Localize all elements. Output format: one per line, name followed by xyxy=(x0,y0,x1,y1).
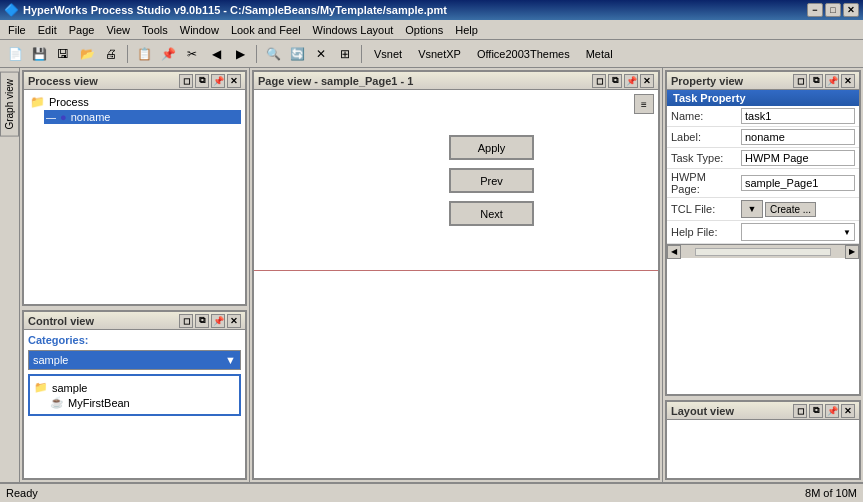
tclfile-row: TCL File: ▼ Create ... xyxy=(667,198,859,221)
back-button[interactable]: ◀ xyxy=(205,43,227,65)
control-view-title: Control view xyxy=(28,315,94,327)
sample-child-label: MyFirstBean xyxy=(68,397,130,409)
dash-icon: — xyxy=(46,112,56,123)
layout-view-pin-btn[interactable]: 📌 xyxy=(825,404,839,418)
sample-tree-root[interactable]: 📁 sample xyxy=(34,380,235,395)
process-view-panel: Process view ◻ ⧉ 📌 ✕ 📁 Process xyxy=(22,70,247,306)
process-child-label: noname xyxy=(71,111,111,123)
menu-file[interactable]: File xyxy=(2,22,32,38)
vsnet-theme-button[interactable]: Vsnet xyxy=(367,45,409,63)
page-view-title: Page view - sample_Page1 - 1 xyxy=(258,75,413,87)
categories-label: Categories: xyxy=(28,334,241,346)
menu-options[interactable]: Options xyxy=(399,22,449,38)
print-button[interactable]: 🖨 xyxy=(100,43,122,65)
save2-button[interactable]: 🖫 xyxy=(52,43,74,65)
graph-view-tab[interactable]: Graph view xyxy=(0,72,19,137)
copy-button[interactable]: 📋 xyxy=(133,43,155,65)
new-button[interactable]: 📄 xyxy=(4,43,26,65)
property-view-header: Property view ◻ ⧉ 📌 ✕ xyxy=(667,72,859,90)
align-button[interactable]: ≡ xyxy=(634,94,654,114)
control-view-float-btn[interactable]: ⧉ xyxy=(195,314,209,328)
menu-help[interactable]: Help xyxy=(449,22,484,38)
property-view-float-btn[interactable]: ⧉ xyxy=(809,74,823,88)
title-text: HyperWorks Process Studio v9.0b115 - C:/… xyxy=(23,4,447,16)
hwpmpage-label: HWPM Page: xyxy=(667,169,737,198)
page-view-float-btn[interactable]: ⧉ xyxy=(608,74,622,88)
sample-tree-child[interactable]: ☕ MyFirstBean xyxy=(50,395,235,410)
tasktype-label: Task Type: xyxy=(667,148,737,169)
metal-theme-button[interactable]: Metal xyxy=(579,45,620,63)
process-view-title: Process view xyxy=(28,75,98,87)
menu-windows-layout[interactable]: Windows Layout xyxy=(307,22,400,38)
process-child-item[interactable]: — ● noname xyxy=(44,110,241,124)
cut-button[interactable]: ✂ xyxy=(181,43,203,65)
hwpmpage-input[interactable] xyxy=(741,175,855,191)
zoom-button[interactable]: 🔍 xyxy=(262,43,284,65)
sample-folder-icon: 📁 xyxy=(34,381,48,394)
process-view-close-btn[interactable]: ✕ xyxy=(227,74,241,88)
grid-button[interactable]: ⊞ xyxy=(334,43,356,65)
menu-page[interactable]: Page xyxy=(63,22,101,38)
page-view-pin-btn[interactable]: 📌 xyxy=(624,74,638,88)
layout-view-header-btns: ◻ ⧉ 📌 ✕ xyxy=(793,404,855,418)
menu-edit[interactable]: Edit xyxy=(32,22,63,38)
forward-button[interactable]: ▶ xyxy=(229,43,251,65)
maximize-button[interactable]: □ xyxy=(825,3,841,17)
layout-view-float-btn[interactable]: ⧉ xyxy=(809,404,823,418)
open-button[interactable]: 📂 xyxy=(76,43,98,65)
control-view-pin-btn[interactable]: 📌 xyxy=(211,314,225,328)
layout-view-close-btn[interactable]: ✕ xyxy=(841,404,855,418)
hwpmpage-value-cell xyxy=(737,169,859,198)
menu-look-and-feel[interactable]: Look and Feel xyxy=(225,22,307,38)
save-button[interactable]: 💾 xyxy=(28,43,50,65)
property-view-pin-btn[interactable]: 📌 xyxy=(825,74,839,88)
menu-view[interactable]: View xyxy=(100,22,136,38)
vsnetxp-theme-button[interactable]: VsnetXP xyxy=(411,45,468,63)
tasktype-row: Task Type: xyxy=(667,148,859,169)
sample-dropdown[interactable]: sample ▼ xyxy=(28,350,241,370)
app-icon: 🔷 xyxy=(4,3,19,17)
process-view-pin-btn[interactable]: 📌 xyxy=(211,74,225,88)
property-view-restore-btn[interactable]: ◻ xyxy=(793,74,807,88)
control-view-restore-btn[interactable]: ◻ xyxy=(179,314,193,328)
tasktype-input[interactable] xyxy=(741,150,855,166)
process-view-float-btn[interactable]: ⧉ xyxy=(195,74,209,88)
layout-view-restore-btn[interactable]: ◻ xyxy=(793,404,807,418)
label-input[interactable] xyxy=(741,129,855,145)
control-view-close-btn[interactable]: ✕ xyxy=(227,314,241,328)
office2003-theme-button[interactable]: Office2003Themes xyxy=(470,45,577,63)
delete-button[interactable]: ✕ xyxy=(310,43,332,65)
next-button[interactable]: Next xyxy=(449,201,534,226)
next-label: Next xyxy=(480,208,503,220)
name-input[interactable] xyxy=(741,108,855,124)
menu-window[interactable]: Window xyxy=(174,22,225,38)
control-view-content: Categories: sample ▼ 📁 sample ☕ xyxy=(24,330,245,478)
process-tree-child: — ● noname xyxy=(28,110,241,124)
tcl-dropdown-btn[interactable]: ▼ xyxy=(741,200,763,218)
process-tree-root[interactable]: 📁 Process xyxy=(28,94,241,110)
folder-icon: 📁 xyxy=(30,95,45,109)
title-buttons: − □ ✕ xyxy=(807,3,859,17)
close-button[interactable]: ✕ xyxy=(843,3,859,17)
hwpmpage-row: HWPM Page: xyxy=(667,169,859,198)
sample-dropdown-value: sample xyxy=(33,354,68,366)
paste-button[interactable]: 📌 xyxy=(157,43,179,65)
menu-tools[interactable]: Tools xyxy=(136,22,174,38)
prev-button[interactable]: Prev xyxy=(449,168,534,193)
layout-view-header: Layout view ◻ ⧉ 📌 ✕ xyxy=(667,402,859,420)
refresh-button[interactable]: 🔄 xyxy=(286,43,308,65)
page-view-close-btn[interactable]: ✕ xyxy=(640,74,654,88)
create-button[interactable]: Create ... xyxy=(765,202,816,217)
scroll-track[interactable] xyxy=(695,248,831,256)
name-label: Name: xyxy=(667,106,737,127)
help-dropdown[interactable]: ▼ xyxy=(741,223,855,241)
property-view-close-btn[interactable]: ✕ xyxy=(841,74,855,88)
helpfile-label: Help File: xyxy=(667,221,737,244)
scroll-right-btn[interactable]: ▶ xyxy=(845,245,859,259)
page-view-restore-btn[interactable]: ◻ xyxy=(592,74,606,88)
scroll-left-btn[interactable]: ◀ xyxy=(667,245,681,259)
process-view-restore-btn[interactable]: ◻ xyxy=(179,74,193,88)
property-view-panel: Property view ◻ ⧉ 📌 ✕ Task Property Name… xyxy=(665,70,861,396)
minimize-button[interactable]: − xyxy=(807,3,823,17)
apply-button[interactable]: Apply xyxy=(449,135,534,160)
